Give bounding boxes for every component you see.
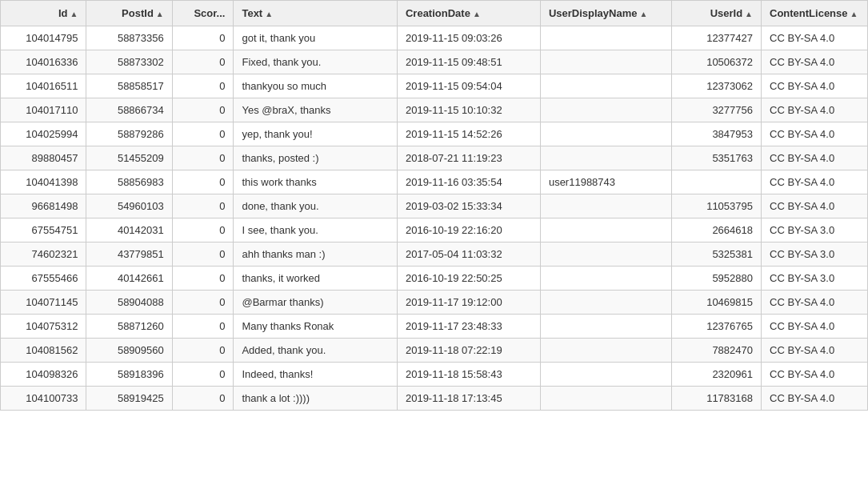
cell-score: 0: [172, 339, 234, 363]
cell-userDisplayName: [540, 363, 671, 387]
column-label-id: Id: [58, 7, 68, 19]
cell-text: done, thank you.: [234, 194, 398, 218]
cell-userDisplayName: [540, 242, 671, 267]
cell-userDisplayName: [540, 26, 671, 50]
cell-userId: 11783168: [671, 387, 761, 411]
cell-score: 0: [172, 170, 234, 194]
column-label-contentLicense: ContentLicense: [770, 7, 848, 19]
cell-userDisplayName: [540, 387, 671, 411]
cell-userId: 12377427: [671, 26, 761, 50]
column-header-creationDate[interactable]: CreationDate▲: [397, 1, 540, 26]
cell-postId: 58919425: [86, 387, 172, 411]
cell-id: 104098326: [1, 363, 86, 387]
table-header: Id▲PostId▲Scor...Text▲CreationDate▲UserD…: [1, 1, 868, 26]
cell-contentLicense: CC BY-SA 4.0: [762, 339, 868, 363]
cell-postId: 54960103: [86, 194, 172, 218]
cell-postId: 58856983: [86, 170, 172, 194]
table-row: 104081562589095600Added, thank you.2019-…: [1, 339, 868, 363]
column-label-userDisplayName: UserDisplayName: [549, 7, 638, 19]
cell-id: 104071145: [1, 291, 86, 315]
cell-userDisplayName: [540, 146, 671, 170]
cell-userId: 5351763: [671, 146, 761, 170]
cell-postId: 43779851: [86, 242, 172, 267]
cell-contentLicense: CC BY-SA 4.0: [762, 363, 868, 387]
cell-userId: 11053795: [671, 194, 761, 218]
column-label-text: Text: [242, 7, 262, 19]
cell-creationDate: 2019-11-18 07:22:19: [397, 339, 540, 363]
column-label-userId: UserId: [710, 7, 742, 19]
cell-contentLicense: CC BY-SA 4.0: [762, 122, 868, 146]
cell-postId: 58871260: [86, 315, 172, 339]
cell-userDisplayName: [540, 194, 671, 218]
cell-id: 74602321: [1, 242, 86, 267]
column-header-text[interactable]: Text▲: [234, 1, 398, 26]
cell-userDisplayName: [540, 74, 671, 98]
cell-userDisplayName: [540, 291, 671, 315]
cell-score: 0: [172, 267, 234, 291]
column-header-score[interactable]: Scor...: [172, 1, 234, 26]
cell-userId: 2664618: [671, 218, 761, 242]
cell-contentLicense: CC BY-SA 3.0: [762, 267, 868, 291]
cell-text: yep, thank you!: [234, 122, 398, 146]
cell-text: Many thanks Ronak: [234, 315, 398, 339]
cell-score: 0: [172, 242, 234, 267]
sort-icon-postId: ▲: [156, 10, 164, 18]
cell-userId: [671, 170, 761, 194]
cell-contentLicense: CC BY-SA 4.0: [762, 315, 868, 339]
column-label-score: Scor...: [194, 7, 225, 19]
cell-contentLicense: CC BY-SA 4.0: [762, 98, 868, 122]
data-table: Id▲PostId▲Scor...Text▲CreationDate▲UserD…: [0, 0, 868, 411]
sort-icon-creationDate: ▲: [473, 10, 481, 18]
cell-contentLicense: CC BY-SA 4.0: [762, 74, 868, 98]
table-row: 104098326589183960Indeed, thanks!2019-11…: [1, 363, 868, 387]
cell-creationDate: 2019-11-15 14:52:26: [397, 122, 540, 146]
cell-postId: 58909560: [86, 339, 172, 363]
data-table-container: Id▲PostId▲Scor...Text▲CreationDate▲UserD…: [0, 0, 868, 411]
table-row: 74602321437798510ahh thanks man :)2017-0…: [1, 242, 868, 267]
sort-icon-text: ▲: [265, 10, 273, 18]
cell-userId: 3847953: [671, 122, 761, 146]
table-body: 104014795588733560got it, thank you2019-…: [1, 26, 868, 411]
column-header-userDisplayName[interactable]: UserDisplayName▲: [540, 1, 671, 26]
cell-text: this work thanks: [234, 170, 398, 194]
cell-userDisplayName: [540, 122, 671, 146]
column-header-userId[interactable]: UserId▲: [671, 1, 761, 26]
cell-userId: 2320961: [671, 363, 761, 387]
cell-userDisplayName: [540, 339, 671, 363]
cell-creationDate: 2019-11-16 03:35:54: [397, 170, 540, 194]
cell-creationDate: 2016-10-19 22:16:20: [397, 218, 540, 242]
cell-postId: 58858517: [86, 74, 172, 98]
cell-contentLicense: CC BY-SA 4.0: [762, 26, 868, 50]
cell-text: thank a lot :)))): [234, 387, 398, 411]
cell-postId: 58904088: [86, 291, 172, 315]
cell-score: 0: [172, 363, 234, 387]
cell-text: Yes @braX, thanks: [234, 98, 398, 122]
cell-text: ahh thanks man :): [234, 242, 398, 267]
cell-score: 0: [172, 291, 234, 315]
cell-id: 104017110: [1, 98, 86, 122]
cell-score: 0: [172, 315, 234, 339]
cell-creationDate: 2018-07-21 11:19:23: [397, 146, 540, 170]
table-row: 104016511588585170thankyou so much2019-1…: [1, 74, 868, 98]
cell-id: 89880457: [1, 146, 86, 170]
cell-postId: 58879286: [86, 122, 172, 146]
column-header-contentLicense[interactable]: ContentLicense▲: [762, 1, 868, 26]
cell-contentLicense: CC BY-SA 3.0: [762, 242, 868, 267]
cell-text: thanks, it worked: [234, 267, 398, 291]
column-label-creationDate: CreationDate: [406, 7, 470, 19]
cell-text: Added, thank you.: [234, 339, 398, 363]
cell-userId: 12376765: [671, 315, 761, 339]
cell-creationDate: 2019-11-18 15:58:43: [397, 363, 540, 387]
table-row: 96681498549601030done, thank you.2019-03…: [1, 194, 868, 218]
cell-userDisplayName: [540, 218, 671, 242]
table-row: 104041398588569830this work thanks2019-1…: [1, 170, 868, 194]
cell-userId: 7882470: [671, 339, 761, 363]
column-header-postId[interactable]: PostId▲: [86, 1, 172, 26]
cell-contentLicense: CC BY-SA 4.0: [762, 291, 868, 315]
column-header-id[interactable]: Id▲: [1, 1, 86, 26]
cell-text: Indeed, thanks!: [234, 363, 398, 387]
cell-postId: 40142031: [86, 218, 172, 242]
cell-creationDate: 2019-11-17 19:12:00: [397, 291, 540, 315]
cell-postId: 58873356: [86, 26, 172, 50]
cell-id: 104075312: [1, 315, 86, 339]
